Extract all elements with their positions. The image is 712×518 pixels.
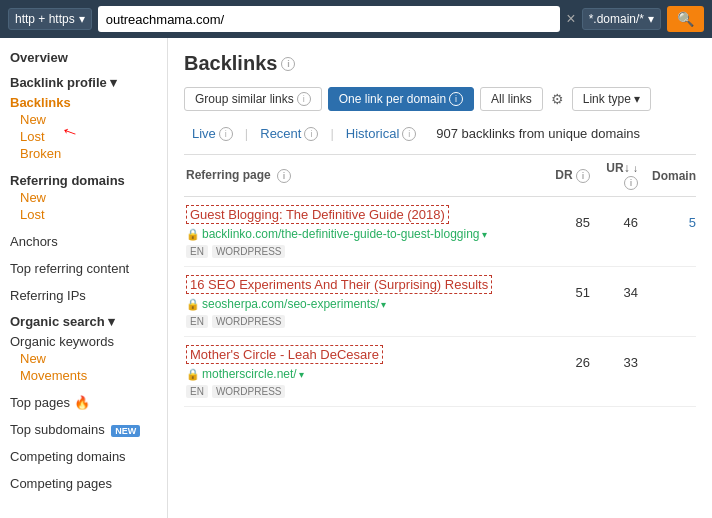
url-input[interactable] (98, 6, 561, 32)
clear-button[interactable]: × (566, 11, 575, 27)
gear-icon[interactable]: ⚙ (549, 89, 566, 109)
result-info-2: Mother's Circle - Leah DeCesare 🔒 mother… (186, 345, 550, 398)
col-referring-page-header: Referring page i (184, 168, 550, 183)
url-dropdown-icon[interactable]: ▾ (482, 229, 487, 240)
page-title: Backlinks (184, 52, 277, 75)
page-title-area: Backlinks i (184, 52, 696, 75)
recent-info-icon[interactable]: i (304, 127, 318, 141)
sidebar-rd-section: Referring domains New Lost (10, 172, 157, 223)
sidebar-item-broken[interactable]: Broken (20, 145, 157, 162)
sidebar-top-subdomains-section: Top subdomains NEW (10, 421, 157, 438)
top-bar: http + https ▾ × *.domain/* ▾ 🔍 (0, 0, 712, 38)
result-url-link-2[interactable]: motherscircle.net/ (202, 367, 297, 381)
sidebar-backlink-section: Backlink profile ▾ Backlinks New Lost Br… (10, 75, 157, 162)
col-domain-header[interactable]: Domain (646, 169, 696, 183)
filter-bar: Group similar links i One link per domai… (184, 87, 696, 111)
tag-en: EN (186, 245, 208, 258)
lock-icon: 🔒 (186, 228, 200, 241)
sidebar-item-top-subdomains[interactable]: Top subdomains NEW (10, 421, 157, 438)
ur-val-0: 46 (598, 205, 646, 230)
historical-info-icon[interactable]: i (402, 127, 416, 141)
col-dr-header[interactable]: DR i (550, 168, 598, 183)
result-info-0: Guest Blogging: The Definitive Guide (20… (186, 205, 550, 258)
tab-live[interactable]: Live i (184, 123, 241, 144)
sidebar-item-referring-domains[interactable]: Referring domains (10, 172, 157, 189)
sidebar-item-lost[interactable]: Lost (20, 128, 157, 145)
lock-icon: 🔒 (186, 298, 200, 311)
ok-sub: New Movements (10, 350, 157, 384)
result-url-0: 🔒 backlinko.com/the-definitive-guide-to-… (186, 227, 550, 241)
main-layout: → Overview Backlink profile ▾ Backlinks … (0, 38, 712, 518)
live-info-icon[interactable]: i (219, 127, 233, 141)
sidebar-anchors-section: Anchors (10, 233, 157, 250)
sidebar-item-anchors[interactable]: Anchors (10, 233, 157, 250)
sidebar-item-referring-ips[interactable]: Referring IPs (10, 287, 157, 304)
sidebar-organic-section: Organic search ▾ Organic keywords New Mo… (10, 314, 157, 384)
sidebar-item-rd-new[interactable]: New (20, 189, 157, 206)
tab-historical[interactable]: Historical i (338, 123, 424, 144)
sidebar-item-ok-movements[interactable]: Movements (20, 367, 157, 384)
table-body: Guest Blogging: The Definitive Guide (20… (184, 197, 696, 407)
url-dropdown-icon[interactable]: ▾ (381, 299, 386, 310)
chevron-down-icon: ▾ (79, 12, 85, 26)
protocol-dropdown[interactable]: http + https ▾ (8, 8, 92, 30)
col-ur-header[interactable]: UR↓ ↓ i (598, 161, 646, 190)
sidebar-item-competing-pages[interactable]: Competing pages (10, 475, 157, 492)
domain-filter-dropdown[interactable]: *.domain/* ▾ (582, 8, 661, 30)
tab-recent[interactable]: Recent i (252, 123, 326, 144)
dr-val-1: 51 (550, 275, 598, 300)
result-url-2: 🔒 motherscircle.net/ ▾ (186, 367, 550, 381)
referring-page-info-icon[interactable]: i (277, 169, 291, 183)
result-url-link-1[interactable]: seosherpa.com/seo-experiments/ (202, 297, 379, 311)
group-info-icon[interactable]: i (297, 92, 311, 106)
result-tags-0: ENWORDPRESS (186, 245, 550, 258)
sidebar-item-competing-domains[interactable]: Competing domains (10, 448, 157, 465)
lock-icon: 🔒 (186, 368, 200, 381)
result-url-link-0[interactable]: backlinko.com/the-definitive-guide-to-gu… (202, 227, 480, 241)
group-similar-button[interactable]: Group similar links i (184, 87, 322, 111)
sidebar-item-backlinks[interactable]: Backlinks (10, 94, 157, 111)
result-title-2[interactable]: Mother's Circle - Leah DeCesare (186, 345, 383, 364)
rd-sub: New Lost (10, 189, 157, 223)
result-url-1: 🔒 seosherpa.com/seo-experiments/ ▾ (186, 297, 550, 311)
one-link-info-icon[interactable]: i (449, 92, 463, 106)
title-info-icon[interactable]: i (281, 57, 295, 71)
table-row: Guest Blogging: The Definitive Guide (20… (184, 197, 696, 267)
chevron-down-icon: ▾ (648, 12, 654, 26)
dr-info-icon[interactable]: i (576, 169, 590, 183)
result-title-0[interactable]: Guest Blogging: The Definitive Guide (20… (186, 205, 449, 224)
table-row: 16 SEO Experiments And Their (Surprising… (184, 267, 696, 337)
all-links-button[interactable]: All links (480, 87, 543, 111)
url-dropdown-icon[interactable]: ▾ (299, 369, 304, 380)
domain-filter-label: *.domain/* (589, 12, 644, 26)
ur-val-1: 34 (598, 275, 646, 300)
ur-val-2: 33 (598, 345, 646, 370)
domain-val-2 (646, 345, 696, 355)
fire-icon: 🔥 (74, 395, 90, 410)
search-icon: 🔍 (677, 11, 694, 27)
result-tags-1: ENWORDPRESS (186, 315, 550, 328)
result-tags-2: ENWORDPRESS (186, 385, 550, 398)
one-link-per-domain-button[interactable]: One link per domain i (328, 87, 474, 111)
sidebar-top-referring-section: Top referring content (10, 260, 157, 277)
sidebar-item-top-pages[interactable]: Top pages 🔥 (10, 394, 157, 411)
sidebar-item-ok-new[interactable]: New (20, 350, 157, 367)
ur-sort-icon: ↓ (633, 163, 638, 174)
content-area: Backlinks i Group similar links i One li… (168, 38, 712, 518)
backlink-profile-title[interactable]: Backlink profile ▾ (10, 75, 157, 90)
tabs-row: Live i | Recent i | Historical i 907 bac… (184, 123, 696, 144)
overview-title: Overview (10, 50, 157, 65)
sidebar-item-new[interactable]: New (20, 111, 157, 128)
link-type-button[interactable]: Link type ▾ (572, 87, 651, 111)
backlinks-count: 907 backlinks from unique domains (436, 126, 640, 141)
search-button[interactable]: 🔍 (667, 6, 704, 32)
result-title-1[interactable]: 16 SEO Experiments And Their (Surprising… (186, 275, 492, 294)
sidebar-item-top-referring[interactable]: Top referring content (10, 260, 157, 277)
sidebar-referring-ips-section: Referring IPs (10, 287, 157, 304)
sidebar: → Overview Backlink profile ▾ Backlinks … (0, 38, 168, 518)
sidebar-item-rd-lost[interactable]: Lost (20, 206, 157, 223)
tag-en: EN (186, 315, 208, 328)
ur-info-icon[interactable]: i (624, 176, 638, 190)
organic-search-title[interactable]: Organic search ▾ (10, 314, 157, 329)
sidebar-item-organic-keywords[interactable]: Organic keywords (10, 333, 157, 350)
